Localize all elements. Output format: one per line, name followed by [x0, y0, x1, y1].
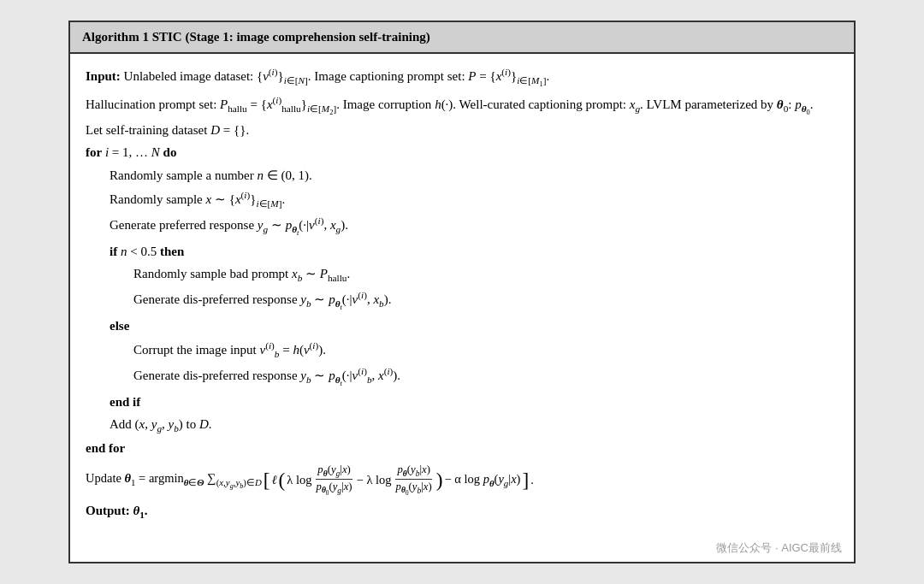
sample-bad-line: Randomly sample bad prompt xb ∼ Phallu. — [86, 264, 838, 286]
algorithm-header: Algorithm 1 STIC (Stage 1: image compreh… — [70, 22, 854, 54]
hallu-line: Hallucination prompt set: Phallu = {x(i)… — [86, 93, 838, 118]
watermark: 微信公众号 · AIGC最前线 — [70, 536, 854, 562]
gen-dispreferred-else-line: Generate dis-preferred response yb ∼ pθt… — [86, 364, 838, 389]
for-line: for i = 1, … N do — [86, 143, 838, 162]
algorithm-title: STIC (Stage 1: image comprehension self-… — [152, 30, 430, 44]
let-line: Let self-training dataset D = {}. — [86, 121, 838, 140]
output-line: Output: θ1. — [86, 501, 838, 522]
add-line: Add (x, yg, yb) to D. — [86, 415, 838, 436]
algorithm-body: Input: Unlabeled image dataset: {v(i)}i∈… — [70, 54, 854, 535]
gen-preferred-line: Generate preferred response yg ∼ pθt(·|v… — [86, 214, 838, 239]
input-line: Input: Unlabeled image dataset: {v(i)}i∈… — [86, 65, 838, 90]
sample-n-line: Randomly sample a number n ∈ (0, 1). — [86, 166, 838, 186]
gen-dispreferred-if-line: Generate dis-preferred response yb ∼ pθt… — [86, 288, 838, 313]
end-for-line: end for — [86, 439, 838, 458]
algorithm-box: Algorithm 1 STIC (Stage 1: image compreh… — [68, 21, 856, 563]
else-line: else — [86, 316, 838, 336]
sample-x-line: Randomly sample x ∼ {x(i)}i∈[M]. — [86, 188, 838, 211]
end-if-line: end if — [86, 392, 838, 412]
corrupt-line: Corrupt the image input v(i)b = h(v(i)). — [86, 339, 838, 362]
if-line: if n < 0.5 then — [86, 242, 838, 262]
algorithm-number: Algorithm 1 — [82, 30, 149, 44]
update-line: Update θ1 = argminθ∈Θ ∑(x,yg,yb)∈D [ ℓ (… — [86, 463, 838, 498]
